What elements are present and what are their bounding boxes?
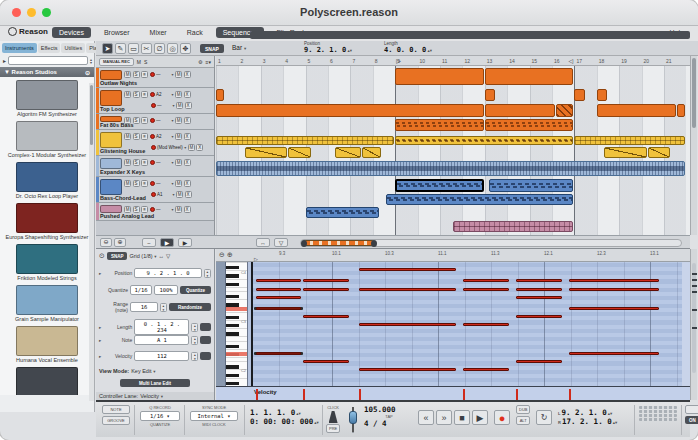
track-mute-button[interactable]: M xyxy=(124,71,131,78)
alt-button[interactable]: ALT xyxy=(516,416,530,425)
lane-dropdown-icon[interactable]: ▾ xyxy=(172,118,174,123)
lane-delete-button[interactable]: X xyxy=(196,144,203,151)
lane-dropdown-icon[interactable]: ▾ xyxy=(184,145,186,150)
lane-record-enable[interactable] xyxy=(151,103,156,108)
clip[interactable] xyxy=(574,89,584,101)
edit-autoscroll-icon[interactable]: ▽ xyxy=(166,253,170,259)
controller-lane-select[interactable]: Velocity ▾ xyxy=(140,393,163,399)
loop-left-value[interactable]: 9. 2. 1. 0 xyxy=(562,408,607,417)
black-key[interactable] xyxy=(226,332,239,335)
lane-delete-button[interactable]: X xyxy=(184,206,191,213)
lane-delete-button[interactable]: X xyxy=(184,159,191,166)
clip[interactable] xyxy=(395,179,484,192)
lane-record-enable[interactable] xyxy=(150,92,155,97)
menu-item-devices[interactable]: Devices xyxy=(52,27,91,38)
lane-mute-button[interactable]: M xyxy=(175,71,182,78)
song-position-bars[interactable]: 1. 1. 1. 0 xyxy=(250,408,295,417)
on-button[interactable]: ON xyxy=(685,416,698,424)
device-list-item[interactable]: Friktion Modeled Strings xyxy=(0,241,94,282)
pencil-tool[interactable]: ✎ xyxy=(115,43,126,54)
pin-icon[interactable]: ⊙ xyxy=(85,69,90,76)
lane-mute-button[interactable]: M xyxy=(175,117,182,124)
scrollbar-thumb[interactable] xyxy=(303,240,375,246)
clip[interactable] xyxy=(574,136,685,145)
search-arrow-icon[interactable]: ▸ xyxy=(3,57,6,64)
qrec-grid-select[interactable]: 1/16 ▾ xyxy=(140,411,180,421)
device-list-item[interactable]: Algoritm FM Synthesizer xyxy=(0,77,94,118)
clip[interactable] xyxy=(485,119,574,131)
tab-effects[interactable]: Effects xyxy=(38,43,61,53)
track-row-fat-80s-bass[interactable]: MS≡—▾MXFat 80s Bass xyxy=(96,114,214,130)
track-row-expander-x-keys[interactable]: MS≡—▾MXExpander X Keys xyxy=(96,156,214,177)
black-key[interactable] xyxy=(226,283,239,286)
eraser-tool[interactable]: ▭ xyxy=(128,43,139,54)
clip[interactable] xyxy=(395,68,484,85)
track-solo-button[interactable]: S xyxy=(133,91,140,98)
fit-width-icon[interactable]: ↔ xyxy=(256,238,270,247)
follow-song-button[interactable]: ▶ xyxy=(160,238,174,247)
midi-note[interactable] xyxy=(569,288,659,291)
loop-right-value[interactable]: 17. 2. 1. 0 xyxy=(562,417,612,426)
track-mute-button[interactable]: M xyxy=(124,91,131,98)
lane-dropdown-icon[interactable]: ▾ xyxy=(172,160,174,165)
length-expander[interactable]: ▸ xyxy=(99,325,101,330)
midi-note[interactable] xyxy=(463,279,509,282)
scroll-right-icon[interactable]: ▶ xyxy=(178,238,192,247)
track-row-bass-chord-lead[interactable]: MS≡—▾MXA1▾MXBass-Chord-Lead xyxy=(96,177,214,203)
track-solo-button[interactable]: S xyxy=(133,71,140,78)
lane-record-enable[interactable] xyxy=(150,118,155,123)
midi-note[interactable] xyxy=(516,315,562,318)
note-expander[interactable]: ▸ xyxy=(99,338,101,343)
black-key[interactable] xyxy=(226,345,239,348)
midi-note[interactable] xyxy=(359,323,456,326)
lane-delete-button[interactable]: X xyxy=(185,102,192,109)
tab-instruments[interactable]: Instruments xyxy=(2,43,37,53)
zoom-out-icon[interactable]: ⊖ xyxy=(100,238,112,247)
velocity-bar[interactable] xyxy=(256,389,258,400)
tool-gear-icon[interactable]: ⊙ xyxy=(99,252,105,260)
velocity-bar[interactable] xyxy=(463,389,465,400)
section-header[interactable]: ▼ Reason Studios ⊙ xyxy=(0,67,94,77)
clip[interactable] xyxy=(677,104,685,117)
lane-delete-button[interactable]: X xyxy=(184,71,191,78)
lane-mute-button[interactable]: M xyxy=(175,133,182,140)
velocity-bar[interactable] xyxy=(303,389,305,400)
lane-mute-button[interactable]: M xyxy=(175,159,182,166)
gear-icon[interactable]: ⚙ xyxy=(198,59,202,65)
quantize-button[interactable]: Quantize xyxy=(180,286,211,294)
track-solo-button[interactable]: S xyxy=(133,180,140,187)
randomize-button[interactable]: Randomize xyxy=(169,303,211,311)
position-stepper[interactable]: ▴▾ xyxy=(204,269,211,278)
song-position-time[interactable]: 0: 00: 00: 000 xyxy=(250,417,313,426)
sync-mode-select[interactable]: Internal ▾ xyxy=(190,411,238,421)
arrange-vertical-scrollbar[interactable] xyxy=(690,56,697,235)
track-mute-button[interactable]: M xyxy=(124,180,131,187)
time-signature[interactable]: 4 / 4 xyxy=(364,419,414,428)
position-display[interactable]: Position 9. 2. 1. 0 ▴▾ xyxy=(304,41,352,54)
lane-record-enable[interactable] xyxy=(151,145,156,150)
midi-note[interactable] xyxy=(463,323,509,326)
lane-delete-button[interactable]: X xyxy=(184,180,191,187)
clip[interactable] xyxy=(453,221,573,232)
midi-note[interactable] xyxy=(303,315,349,318)
lane-record-enable[interactable] xyxy=(150,181,155,186)
lane-record-enable[interactable] xyxy=(150,207,155,212)
lane-dropdown-icon[interactable]: ▾ xyxy=(172,72,174,77)
horizontal-scrollbar[interactable] xyxy=(300,239,682,247)
black-key[interactable] xyxy=(226,324,239,327)
midi-note[interactable] xyxy=(359,288,456,291)
clip[interactable] xyxy=(395,119,484,131)
midi-note-selected[interactable] xyxy=(256,307,301,310)
multi-lane-edit-button[interactable]: Multi Lane Edit xyxy=(120,379,190,387)
midi-note[interactable] xyxy=(463,288,509,291)
lane-record-enable[interactable] xyxy=(150,134,155,139)
device-list-item[interactable]: Dr. Octo Rex Loop Player xyxy=(0,159,94,200)
midi-note[interactable] xyxy=(516,279,562,282)
track-mute-button[interactable]: M xyxy=(124,159,131,166)
search-input[interactable] xyxy=(8,56,88,65)
midi-note[interactable] xyxy=(516,360,562,363)
midi-note[interactable] xyxy=(256,279,301,282)
black-key[interactable] xyxy=(226,365,239,368)
length-apply-button[interactable] xyxy=(200,323,211,331)
note-quantize-button[interactable]: NOTE xyxy=(102,405,130,414)
